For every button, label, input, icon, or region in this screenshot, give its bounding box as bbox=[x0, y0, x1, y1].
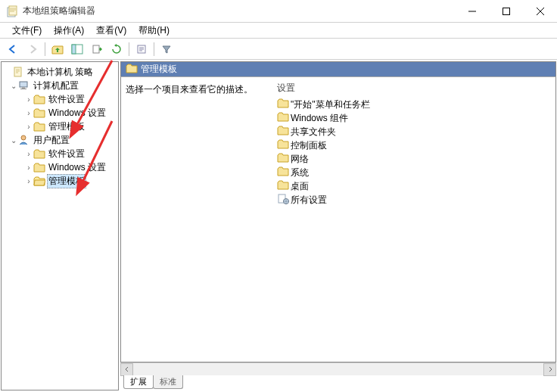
list-item[interactable]: 系统 bbox=[275, 166, 552, 179]
list-item[interactable]: "开始"菜单和任务栏 bbox=[275, 98, 552, 111]
tree-uc-software[interactable]: › 软件设置 bbox=[2, 147, 118, 160]
tab-extended[interactable]: 扩展 bbox=[123, 375, 154, 389]
menu-action[interactable]: 操作(A) bbox=[48, 23, 90, 39]
toolbar-separator-2 bbox=[129, 42, 129, 56]
tree-uc-admin[interactable]: › 管理模板 bbox=[2, 174, 118, 188]
folder-icon bbox=[277, 98, 289, 110]
back-button[interactable] bbox=[4, 41, 22, 58]
tab-standard[interactable]: 标准 bbox=[153, 375, 183, 389]
list-item[interactable]: 桌面 bbox=[275, 179, 552, 193]
tree-computer-config[interactable]: ⌄ 计算机配置 bbox=[2, 79, 118, 92]
menu-help[interactable]: 帮助(H) bbox=[132, 23, 176, 39]
svg-rect-4 bbox=[72, 45, 76, 54]
item-label: 所有设置 bbox=[291, 194, 327, 207]
detail-pane: 管理模板 选择一个项目来查看它的描述。 设置 "开始"菜单和任务栏 Window… bbox=[120, 61, 556, 390]
folder-icon bbox=[33, 107, 45, 119]
svg-rect-9 bbox=[22, 87, 25, 89]
filter-button[interactable] bbox=[157, 41, 176, 58]
list-item[interactable]: 共享文件夹 bbox=[275, 125, 552, 138]
minimize-button[interactable] bbox=[455, 0, 489, 22]
collapse-icon[interactable]: ⌄ bbox=[9, 136, 18, 145]
list-item[interactable]: Windows 组件 bbox=[275, 111, 552, 125]
svg-rect-8 bbox=[20, 82, 27, 87]
maximize-button[interactable] bbox=[489, 0, 523, 22]
list-item[interactable]: 所有设置 bbox=[275, 193, 552, 207]
properties-button[interactable] bbox=[132, 41, 151, 58]
settings-icon bbox=[277, 193, 289, 207]
folder-icon bbox=[277, 112, 289, 124]
settings-list[interactable]: 设置 "开始"菜单和任务栏 Windows 组件 共享文件夹 控制面板 网络 系… bbox=[272, 77, 555, 362]
tree-uc-windows[interactable]: › Windows 设置 bbox=[2, 160, 118, 174]
list-item[interactable]: 网络 bbox=[275, 152, 552, 166]
tree-label: 软件设置 bbox=[47, 148, 86, 160]
tree-label: 管理模板 bbox=[47, 120, 86, 133]
close-button[interactable] bbox=[523, 0, 557, 22]
tree-cc-admin[interactable]: › 管理模板 bbox=[2, 120, 118, 133]
toolbar-separator-3 bbox=[154, 42, 154, 56]
up-button[interactable] bbox=[48, 41, 67, 58]
svg-rect-2 bbox=[503, 8, 509, 14]
tree-label: 软件设置 bbox=[47, 93, 86, 106]
description-column: 选择一个项目来查看它的描述。 bbox=[121, 77, 272, 362]
item-label: Windows 组件 bbox=[291, 112, 348, 125]
tree-root[interactable]: 本地计算机 策略 bbox=[2, 65, 118, 79]
expand-icon[interactable]: › bbox=[24, 177, 33, 185]
tree-label: 计算机配置 bbox=[32, 79, 80, 92]
user-icon bbox=[18, 134, 30, 146]
show-hide-tree-button[interactable] bbox=[68, 41, 86, 58]
scroll-left-button[interactable] bbox=[120, 363, 133, 376]
expand-icon[interactable]: › bbox=[24, 95, 33, 104]
scroll-track[interactable] bbox=[133, 363, 543, 375]
policy-icon bbox=[12, 66, 24, 78]
expand-icon[interactable]: › bbox=[24, 109, 33, 117]
app-icon bbox=[6, 5, 18, 17]
computer-icon bbox=[18, 79, 30, 92]
title-bar: 本地组策略编辑器 bbox=[0, 0, 557, 23]
forward-button[interactable] bbox=[23, 41, 42, 58]
menu-view[interactable]: 查看(V) bbox=[90, 23, 132, 39]
list-item[interactable]: 控制面板 bbox=[275, 138, 552, 152]
expand-icon[interactable]: › bbox=[24, 123, 33, 131]
folder-icon bbox=[277, 139, 289, 151]
expand-icon[interactable]: › bbox=[24, 150, 33, 158]
tree-cc-software[interactable]: › 软件设置 bbox=[2, 92, 118, 106]
description-text: 选择一个项目来查看它的描述。 bbox=[126, 83, 268, 96]
folder-icon bbox=[33, 148, 45, 160]
folder-icon bbox=[33, 93, 45, 105]
tree-user-config[interactable]: ⌄ 用户配置 bbox=[2, 133, 118, 147]
toolbar bbox=[0, 39, 557, 60]
folder-icon bbox=[277, 166, 289, 179]
folder-icon bbox=[33, 120, 45, 132]
tree-cc-windows[interactable]: › Windows 设置 bbox=[2, 106, 118, 120]
tree-label: 本地计算机 策略 bbox=[26, 66, 95, 79]
tree-pane[interactable]: 本地计算机 策略 ⌄ 计算机配置 › 软件设置 › Windows 设置 › 管… bbox=[1, 61, 119, 390]
tree-label: 用户配置 bbox=[32, 134, 71, 147]
scroll-right-button[interactable] bbox=[543, 363, 556, 376]
folder-icon bbox=[126, 64, 138, 76]
menu-bar: 文件(F) 操作(A) 查看(V) 帮助(H) bbox=[0, 23, 557, 39]
item-label: 共享文件夹 bbox=[291, 126, 336, 138]
folder-icon bbox=[277, 126, 289, 138]
refresh-button[interactable] bbox=[107, 41, 126, 58]
item-label: "开始"菜单和任务栏 bbox=[291, 98, 370, 111]
list-header: 设置 bbox=[275, 82, 552, 95]
svg-rect-10 bbox=[20, 89, 26, 89]
collapse-icon[interactable]: ⌄ bbox=[9, 82, 18, 90]
svg-rect-7 bbox=[14, 67, 21, 76]
tree-label: Windows 设置 bbox=[47, 107, 107, 120]
folder-icon bbox=[277, 153, 289, 165]
detail-header-title: 管理模板 bbox=[141, 63, 177, 76]
detail-tabs: 扩展 标准 bbox=[120, 375, 556, 390]
item-label: 桌面 bbox=[291, 180, 309, 193]
toolbar-separator bbox=[45, 42, 45, 56]
detail-body: 选择一个项目来查看它的描述。 设置 "开始"菜单和任务栏 Windows 组件 … bbox=[120, 76, 556, 362]
item-label: 系统 bbox=[291, 166, 309, 179]
item-label: 控制面板 bbox=[291, 139, 327, 152]
expand-icon[interactable]: › bbox=[24, 163, 33, 172]
detail-header: 管理模板 bbox=[120, 61, 556, 76]
main-area: 本地计算机 策略 ⌄ 计算机配置 › 软件设置 › Windows 设置 › 管… bbox=[0, 60, 557, 391]
horizontal-scrollbar[interactable] bbox=[120, 362, 556, 375]
item-label: 网络 bbox=[291, 153, 309, 166]
export-button[interactable] bbox=[88, 41, 106, 58]
menu-file[interactable]: 文件(F) bbox=[6, 23, 48, 39]
